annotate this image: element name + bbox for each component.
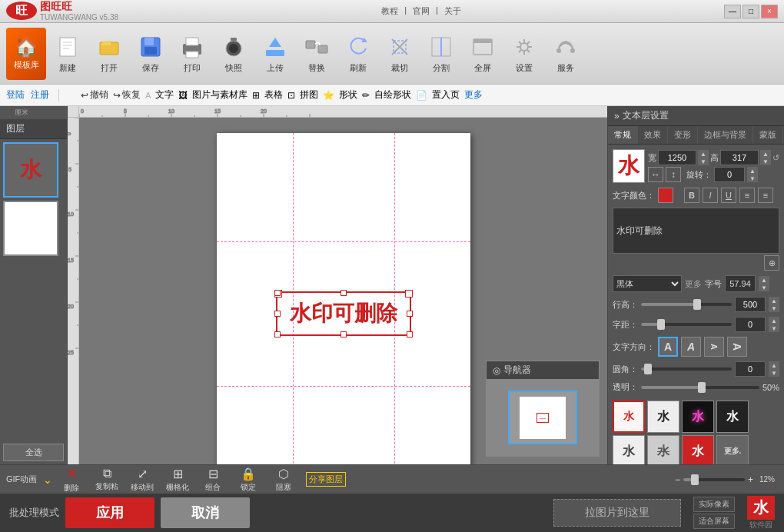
table-tool[interactable]: 表格	[264, 88, 283, 101]
toolbar-new[interactable]: 新建	[48, 28, 88, 80]
style-preset-6[interactable]: 水	[647, 435, 679, 464]
toolbar-service[interactable]: 服务	[546, 28, 586, 80]
zoom-out-btn[interactable]: −	[675, 474, 680, 485]
copy-btn[interactable]: ⧉ 复制粘	[91, 467, 123, 492]
login-link[interactable]: 登陆	[6, 88, 25, 101]
style-preset-5[interactable]: 水	[613, 435, 645, 464]
tab-border-bg[interactable]: 边框与背景	[698, 126, 753, 144]
line-height-down[interactable]: ▼	[769, 304, 779, 312]
layer-item-water[interactable]: 水	[3, 142, 58, 198]
tab-mask[interactable]: 蒙版	[753, 126, 783, 144]
select-all-button[interactable]: 全选	[3, 444, 64, 461]
canvas-viewport[interactable]: 水印可删除	[79, 118, 607, 464]
handle-tl[interactable]	[274, 290, 281, 296]
redo-action[interactable]: ↪ 恢复	[113, 88, 141, 101]
handle-bl[interactable]	[274, 331, 281, 337]
font-select[interactable]: 黑体	[613, 275, 682, 292]
handle-bm[interactable]	[341, 331, 347, 337]
height-up[interactable]: ▲	[760, 150, 771, 158]
images-tool[interactable]: 图片与素材库	[192, 88, 247, 101]
align-left-btn[interactable]: ≡	[739, 188, 755, 203]
toolbar-print[interactable]: 打印	[172, 28, 212, 80]
corner-up[interactable]: ▲	[769, 361, 779, 369]
maximize-button[interactable]: □	[742, 5, 759, 18]
toolbar-split[interactable]: 分割	[421, 28, 461, 80]
width-up[interactable]: ▲	[698, 150, 709, 158]
zoom-in-btn[interactable]: +	[748, 474, 753, 485]
toolbar-fullscreen[interactable]: 全屏	[463, 28, 503, 80]
font-size-up[interactable]: ▲	[759, 276, 769, 284]
handle-ml[interactable]	[274, 311, 281, 317]
tab-general[interactable]: 常规	[608, 126, 638, 144]
actual-pixels-btn[interactable]: 实际像素	[693, 497, 735, 512]
apply-button[interactable]: 应用	[65, 497, 154, 528]
italic-btn[interactable]: I	[703, 188, 718, 203]
corner-down[interactable]: ▼	[769, 369, 779, 377]
char-spacing-up[interactable]: ▲	[769, 317, 779, 324]
freeform-tool[interactable]: 自绘形状	[374, 88, 411, 101]
rasterize-btn[interactable]: ⊞ 栅格化	[161, 467, 194, 493]
layer-item-white[interactable]	[3, 201, 58, 256]
char-spacing-down[interactable]: ▼	[769, 324, 779, 332]
zoom-slider[interactable]	[683, 478, 745, 481]
toolbar-refresh[interactable]: 刷新	[338, 28, 378, 80]
height-input[interactable]	[720, 150, 759, 165]
font-size-down[interactable]: ▼	[759, 284, 769, 291]
opacity-thumb[interactable]	[698, 382, 706, 393]
font-size-input[interactable]	[725, 275, 756, 292]
style-preset-3[interactable]: 水	[682, 401, 714, 433]
dir-italic-btn[interactable]: A	[681, 337, 701, 357]
refresh-size-icon[interactable]: ↺	[772, 153, 779, 163]
style-preset-2[interactable]: 水	[647, 401, 679, 433]
expand-btn[interactable]: ⌄	[43, 474, 52, 486]
color-swatch[interactable]	[658, 188, 673, 203]
zoom-thumb[interactable]	[691, 474, 699, 485]
more-tool[interactable]: 更多	[464, 88, 483, 101]
handle-tr[interactable]	[407, 290, 413, 296]
puzzle-tool[interactable]: 拼图	[300, 88, 318, 101]
arrange-btn[interactable]: ⬡ 阻塞	[267, 467, 300, 493]
style-preset-4[interactable]: 水	[716, 401, 749, 433]
height-down[interactable]: ▼	[760, 158, 771, 165]
style-preset-more[interactable]: 更多.	[716, 435, 749, 464]
toolbar-save[interactable]: 保存	[131, 28, 171, 80]
cancel-button[interactable]: 取消	[161, 497, 250, 528]
delete-btn[interactable]: ✕ 删除	[55, 465, 88, 494]
rotation-down[interactable]: ▼	[747, 175, 758, 182]
drop-area[interactable]: 拉图片到这里	[553, 499, 681, 527]
underline-btn[interactable]: U	[721, 188, 736, 203]
flip-h-btn[interactable]: ↔	[648, 167, 663, 182]
width-down[interactable]: ▼	[698, 158, 709, 165]
close-button[interactable]: ×	[761, 5, 778, 18]
line-height-input[interactable]	[735, 297, 766, 312]
toolbar-upload[interactable]: 上传	[255, 28, 295, 80]
toolbar-quick[interactable]: 快照	[214, 28, 254, 80]
line-height-slider[interactable]	[641, 303, 732, 306]
dir-horizontal-btn[interactable]: A	[658, 337, 678, 357]
char-spacing-thumb[interactable]	[657, 319, 665, 330]
style-preset-1[interactable]: 水	[613, 401, 645, 433]
bold-btn[interactable]: B	[684, 188, 699, 203]
rotation-up[interactable]: ▲	[747, 167, 758, 175]
corner-input[interactable]	[735, 361, 766, 377]
undo-action[interactable]: ↩ 撤销	[81, 88, 108, 101]
handle-br[interactable]	[407, 331, 413, 337]
text-preview-area[interactable]: 水印可删除	[613, 208, 779, 254]
font-more-btn[interactable]: 更多	[685, 278, 702, 290]
link-about[interactable]: 关于	[444, 5, 461, 17]
page-tool[interactable]: 置入页	[432, 88, 460, 101]
register-link[interactable]: 注册	[31, 88, 49, 101]
align-right-btn[interactable]: ≡	[758, 188, 773, 203]
dir-rotate-btn[interactable]: A	[727, 337, 747, 357]
group-btn[interactable]: ⊟ 组合	[197, 467, 229, 493]
width-input[interactable]	[658, 150, 696, 165]
toolbar-open[interactable]: 打开	[89, 28, 129, 80]
fit-screen-btn[interactable]: 适合屏幕	[693, 514, 735, 529]
toolbar-settings[interactable]: 设置	[504, 28, 544, 80]
toolbar-crop[interactable]: 裁切	[380, 28, 420, 80]
style-preset-7[interactable]: 水	[682, 435, 714, 464]
flip-v-btn[interactable]: ↕	[666, 167, 681, 182]
move-btn[interactable]: ⤢ 移动到	[126, 467, 158, 493]
shape-tool[interactable]: 形状	[339, 88, 357, 101]
lock-btn[interactable]: 🔒 锁定	[232, 467, 264, 493]
